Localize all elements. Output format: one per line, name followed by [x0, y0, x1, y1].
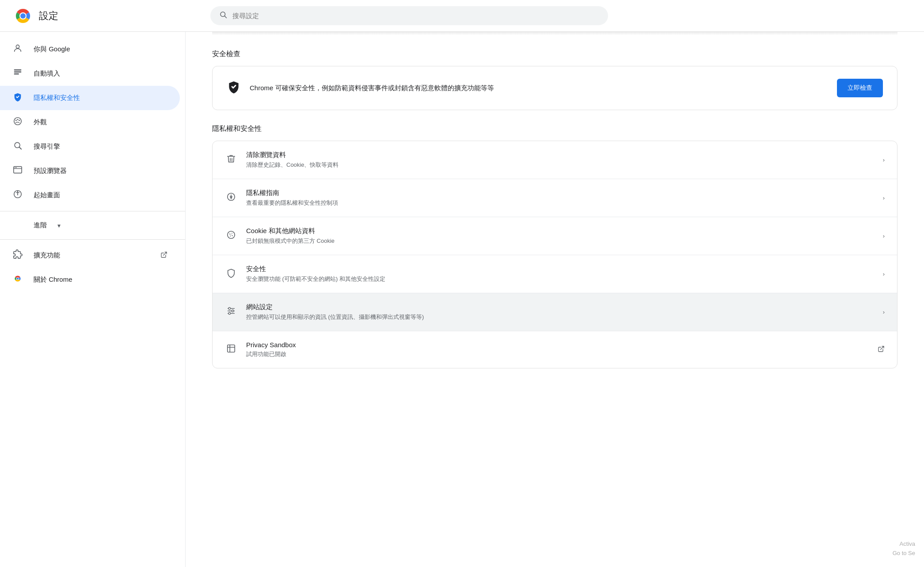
svg-point-18 [16, 167, 17, 168]
sidebar-about-label: 關於 Chrome [34, 276, 72, 284]
svg-line-4 [224, 16, 226, 18]
sidebar-item-label: 隱私權和安全性 [34, 94, 80, 102]
svg-point-5 [16, 45, 19, 48]
settings-row-content: 隱私權指南 查看最重要的隱私權和安全性控制項 [246, 189, 874, 207]
safety-check-button[interactable]: 立即檢查 [837, 79, 883, 97]
sidebar-item-label: 起始畫面 [34, 191, 60, 199]
settings-row-desc: 安全瀏覽功能 (可防範不安全的網站) 和其他安全性設定 [246, 275, 874, 283]
settings-row-title: 網站設定 [246, 303, 874, 311]
autofill-icon [12, 68, 23, 80]
settings-row-title: Privacy Sandbox [246, 341, 869, 349]
main-layout: 你與 Google 自動填入 隱私權和安全性 [0, 32, 924, 567]
header: 設定 [0, 0, 924, 32]
safety-shield-icon [227, 80, 241, 97]
content-area: 安全檢查 Chrome 可確保安全性，例如防範資料侵害事件或封鎖含有惡意軟體的擴… [186, 32, 924, 567]
safety-check-card: Chrome 可確保安全性，例如防範資料侵害事件或封鎖含有惡意軟體的擴充功能等等… [212, 66, 897, 110]
settings-row-security[interactable]: 安全性 安全瀏覽功能 (可防範不安全的網站) 和其他安全性設定 › [213, 255, 897, 293]
search-icon [219, 11, 227, 21]
svg-line-40 [881, 346, 884, 349]
svg-point-29 [229, 234, 230, 234]
shield-active-icon [12, 92, 23, 104]
safety-check-left: Chrome 可確保安全性，例如防範資料侵害事件或封鎖含有惡意軟體的擴充功能等等 [227, 80, 494, 97]
svg-marker-26 [230, 195, 232, 197]
appearance-icon [12, 116, 23, 128]
sidebar-item-you-google[interactable]: 你與 Google [0, 37, 180, 61]
sidebar-item-extensions[interactable]: 擴充功能 [0, 243, 180, 268]
sidebar-item-autofill[interactable]: 自動填入 [0, 61, 180, 86]
browser-icon [12, 165, 23, 177]
safety-check-title: 安全檢查 [212, 50, 897, 59]
sidebar-item-label: 外觀 [34, 118, 47, 126]
svg-point-37 [228, 307, 231, 310]
settings-row-cookies[interactable]: Cookie 和其他網站資料 已封鎖無痕模式中的第三方 Cookie › [213, 217, 897, 255]
svg-point-38 [232, 310, 234, 312]
sidebar-item-about[interactable]: 關於 Chrome [0, 268, 180, 292]
settings-row-site-settings[interactable]: 網站設定 控管網站可以使用和顯示的資訊 (位置資訊、攝影機和彈出式視窗等等) › [213, 293, 897, 331]
settings-row-content: Cookie 和其他網站資料 已封鎖無痕模式中的第三方 Cookie [246, 227, 874, 245]
security-shield-icon [225, 268, 237, 280]
sidebar-item-search-engine[interactable]: 搜尋引擎 [0, 134, 180, 159]
chevron-right-icon: › [883, 309, 885, 315]
sidebar: 你與 Google 自動填入 隱私權和安全性 [0, 32, 186, 567]
about-chrome-icon [12, 274, 23, 286]
scroll-indicator [212, 32, 897, 35]
sidebar-item-advanced[interactable]: 進階 ▾ [0, 215, 180, 236]
settings-row-title: 清除瀏覽資料 [246, 151, 874, 159]
svg-point-39 [228, 312, 231, 314]
person-icon [12, 43, 23, 55]
svg-point-11 [17, 119, 19, 120]
svg-line-22 [164, 252, 167, 255]
settings-list: 清除瀏覽資料 清除歷史記錄、Cookie、快取等資料 › 隱私權指南 查看最重要… [212, 141, 897, 368]
settings-row-content: 網站設定 控管網站可以使用和顯示的資訊 (位置資訊、攝影機和彈出式視窗等等) [246, 303, 874, 321]
chevron-right-icon: › [883, 233, 885, 239]
extensions-left: 擴充功能 [12, 249, 60, 261]
sidebar-divider [0, 211, 185, 211]
svg-marker-27 [230, 197, 232, 199]
settings-row-content: 安全性 安全瀏覽功能 (可防範不安全的網站) 和其他安全性設定 [246, 265, 874, 283]
sidebar-item-default-browser[interactable]: 預設瀏覽器 [0, 159, 180, 183]
chevron-right-icon: › [883, 271, 885, 277]
svg-point-31 [232, 235, 233, 236]
extensions-icon [12, 249, 23, 261]
privacy-sandbox-icon [225, 344, 237, 356]
search-bar [210, 6, 608, 25]
settings-row-privacy-sandbox[interactable]: Privacy Sandbox 試用功能已開啟 [213, 331, 897, 368]
svg-point-10 [15, 120, 17, 121]
sidebar-item-privacy-security[interactable]: 隱私權和安全性 [0, 86, 180, 110]
svg-point-2 [20, 13, 26, 19]
settings-row-clear-browsing[interactable]: 清除瀏覽資料 清除歷史記錄、Cookie、快取等資料 › [213, 141, 897, 179]
svg-point-12 [19, 120, 20, 121]
cookie-icon [225, 230, 237, 242]
svg-point-32 [230, 235, 231, 236]
site-settings-icon [225, 306, 237, 318]
page-title: 設定 [39, 9, 58, 23]
settings-row-desc: 試用功能已開啟 [246, 350, 869, 358]
sidebar-item-label: 搜尋引擎 [34, 142, 60, 151]
search-engine-icon [12, 141, 23, 153]
settings-row-desc: 控管網站可以使用和顯示的資訊 (位置資訊、攝影機和彈出式視窗等等) [246, 313, 874, 321]
settings-row-desc: 已封鎖無痕模式中的第三方 Cookie [246, 237, 874, 245]
settings-row-title: 安全性 [246, 265, 874, 273]
settings-row-desc: 查看最重要的隱私權和安全性控制項 [246, 199, 874, 207]
sidebar-item-label: 你與 Google [34, 45, 70, 54]
settings-row-title: 隱私權指南 [246, 189, 874, 197]
chevron-right-icon: › [883, 195, 885, 201]
logo-area: 設定 [14, 7, 200, 25]
svg-rect-6 [14, 69, 22, 71]
external-link-small-icon [878, 345, 885, 354]
sidebar-item-appearance[interactable]: 外觀 [0, 110, 180, 134]
search-input[interactable] [232, 12, 599, 19]
activate-watermark: Activa Go to Se [893, 540, 915, 558]
trash-icon [225, 154, 237, 166]
safety-check-text: Chrome 可確保安全性，例如防範資料侵害事件或封鎖含有惡意軟體的擴充功能等等 [250, 84, 494, 92]
settings-row-content: 清除瀏覽資料 清除歷史記錄、Cookie、快取等資料 [246, 151, 874, 169]
svg-point-33 [231, 234, 231, 235]
sidebar-item-startup[interactable]: 起始畫面 [0, 183, 180, 207]
svg-point-24 [17, 278, 19, 280]
sidebar-divider-2 [0, 239, 185, 240]
sidebar-item-label: 進階 [34, 221, 47, 230]
settings-row-content: Privacy Sandbox 試用功能已開啟 [246, 341, 869, 358]
chrome-logo [14, 7, 32, 25]
settings-row-privacy-guide[interactable]: 隱私權指南 查看最重要的隱私權和安全性控制項 › [213, 179, 897, 217]
chevron-down-icon: ▾ [57, 222, 61, 229]
